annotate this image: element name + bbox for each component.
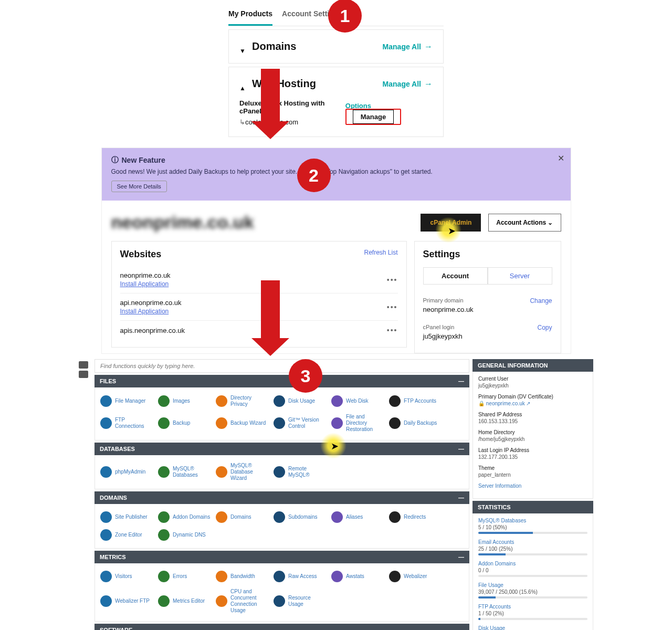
settings-heading: Settings [423, 249, 552, 260]
hosting-domain: coolexample.com [239, 118, 345, 126]
tool-label: Metrics Editor [173, 598, 205, 604]
site-domain: neonprime.co.uk [120, 271, 171, 279]
grid-view-icon[interactable] [79, 361, 88, 369]
info-value[interactable]: 🔒 neonprime.co.uk ↗ [478, 401, 587, 406]
tool-images[interactable]: Images [156, 392, 214, 411]
more-icon[interactable]: ••• [387, 303, 398, 311]
tool-icon [158, 571, 170, 582]
tool-icon [389, 571, 401, 582]
section-head-metrics[interactable]: METRICS— [94, 551, 469, 563]
tool-icon [158, 417, 170, 429]
tool-label: Raw Access [288, 573, 317, 580]
tool-icon [216, 417, 227, 429]
more-icon[interactable]: ••• [387, 326, 398, 334]
manage-button[interactable]: Manage [345, 109, 401, 125]
tab-my-products[interactable]: My Products [228, 4, 272, 26]
tool-domains[interactable]: Domains [214, 508, 271, 526]
info-label: Primary Domain (DV Certificate) [478, 394, 587, 400]
tool-icon [274, 571, 285, 582]
stat-value: 25 / 100 (25%) [478, 546, 587, 552]
section-head-software[interactable]: SOFTWARE— [94, 624, 469, 630]
stat-value: 39,007 / 250,000 (15.6%) [478, 589, 587, 595]
tool-webalizer-ftp[interactable]: Webalizer FTP [98, 585, 156, 617]
tool-site-publisher[interactable]: Site Publisher [98, 508, 156, 526]
tool-label: Remote MySQL® [288, 466, 327, 478]
account-actions-button[interactable]: Account Actions ⌄ [488, 214, 561, 232]
tool-icon [100, 395, 112, 407]
tool-directory-privacy[interactable]: Directory Privacy [214, 392, 271, 411]
tool-bandwidth[interactable]: Bandwidth [214, 568, 271, 585]
tool-web-disk[interactable]: Web Disk [329, 392, 387, 411]
tool-zone-editor[interactable]: Zone Editor [98, 526, 156, 544]
tool-awstats[interactable]: Awstats [329, 568, 387, 585]
tool-webalizer[interactable]: Webalizer [387, 568, 445, 585]
section-databases: DATABASES—phpMyAdminMySQL® DatabasesMySQ… [94, 443, 469, 489]
close-icon[interactable]: ✕ [558, 153, 564, 163]
function-search[interactable] [94, 359, 469, 373]
collapse-icon[interactable]: — [458, 554, 464, 560]
tool-label: MySQL® Database Wizard [230, 463, 269, 481]
tool-aliases[interactable]: Aliases [329, 508, 387, 526]
tool-file-manager[interactable]: File Manager [98, 392, 156, 411]
see-more-button[interactable]: See More Details [111, 181, 167, 192]
tool-icon [216, 511, 227, 523]
collapse-icon[interactable]: — [458, 495, 464, 501]
chevron-up-icon[interactable] [239, 81, 246, 87]
tool-daily-backups[interactable]: Daily Backups [387, 411, 445, 436]
tool-mysql-databases[interactable]: MySQL® Databases [156, 459, 214, 485]
tool-mysql-database-wizard[interactable]: MySQL® Database Wizard [214, 459, 271, 485]
manage-all-hosting[interactable]: Manage All [383, 79, 433, 89]
refresh-list-link[interactable]: Refresh List [364, 249, 397, 256]
info-label: Last Login IP Address [478, 447, 587, 453]
tool-errors[interactable]: Errors [156, 568, 214, 585]
tool-addon-domains[interactable]: Addon Domains [156, 508, 214, 526]
collapse-icon[interactable]: — [458, 446, 464, 452]
stat-row: FTP Accounts1 / 50 (2%) [478, 604, 587, 620]
tool-metrics-editor[interactable]: Metrics Editor [156, 585, 214, 617]
tool-remote-mysql-[interactable]: Remote MySQL® [271, 459, 329, 485]
site-domain: api.neonprime.co.uk [120, 299, 182, 307]
tab-server[interactable]: Server [488, 267, 552, 285]
tool-icon [274, 466, 285, 478]
tool-file-and-directory-restoration[interactable]: File and Directory Restoration [329, 411, 387, 436]
tool-ftp-connections[interactable]: FTP Connections [98, 411, 156, 436]
tool-git-version-control[interactable]: Git™ Version Control [271, 411, 329, 436]
tool-label: Dynamic DNS [173, 532, 206, 538]
tool-raw-access[interactable]: Raw Access [271, 568, 329, 585]
install-application-link[interactable]: Install Application [120, 308, 169, 315]
tool-icon [100, 511, 112, 523]
tool-phpmyadmin[interactable]: phpMyAdmin [98, 459, 156, 485]
tab-account[interactable]: Account [423, 267, 488, 285]
tool-redirects[interactable]: Redirects [387, 508, 445, 526]
tool-ftp-accounts[interactable]: FTP Accounts [387, 392, 445, 411]
collapse-icon[interactable]: — [458, 378, 464, 384]
section-head-files[interactable]: FILES— [94, 375, 469, 387]
manage-all-domains[interactable]: Manage All [383, 42, 433, 51]
new-feature-banner: ✕ ⓘNew Feature Good news! We just added … [102, 148, 571, 201]
server-info-link[interactable]: Server Information [478, 483, 587, 489]
info-label: Theme [478, 465, 587, 471]
tool-subdomains[interactable]: Subdomains [271, 508, 329, 526]
more-icon[interactable]: ••• [387, 276, 398, 284]
tool-backup-wizard[interactable]: Backup Wizard [214, 411, 271, 436]
tool-icon [158, 595, 170, 607]
tool-cpu-and-concurrent-connection-usage[interactable]: CPU and Concurrent Connection Usage [214, 585, 271, 617]
tool-label: Subdomains [288, 514, 318, 520]
tool-icon [100, 529, 112, 541]
tool-dynamic-dns[interactable]: Dynamic DNS [156, 526, 214, 544]
collapse-icon[interactable]: — [458, 627, 464, 630]
tool-visitors[interactable]: Visitors [98, 568, 156, 585]
copy-link[interactable]: Copy [537, 324, 552, 331]
section-head-databases[interactable]: DATABASES— [94, 443, 469, 455]
tool-disk-usage[interactable]: Disk Usage [271, 392, 329, 411]
list-view-icon[interactable] [79, 371, 88, 378]
hosting-card: Web Hosting Manage All Deluxe Linux Host… [228, 67, 444, 137]
section-head-domains[interactable]: DOMAINS— [94, 491, 469, 504]
search-input[interactable] [100, 363, 464, 369]
tool-backup[interactable]: Backup [156, 411, 214, 436]
chevron-down-icon[interactable] [239, 44, 246, 50]
change-link[interactable]: Change [530, 297, 552, 304]
install-application-link[interactable]: Install Application [120, 280, 169, 288]
tool-resource-usage[interactable]: Resource Usage [271, 585, 329, 617]
info-label: Current User [478, 376, 587, 382]
